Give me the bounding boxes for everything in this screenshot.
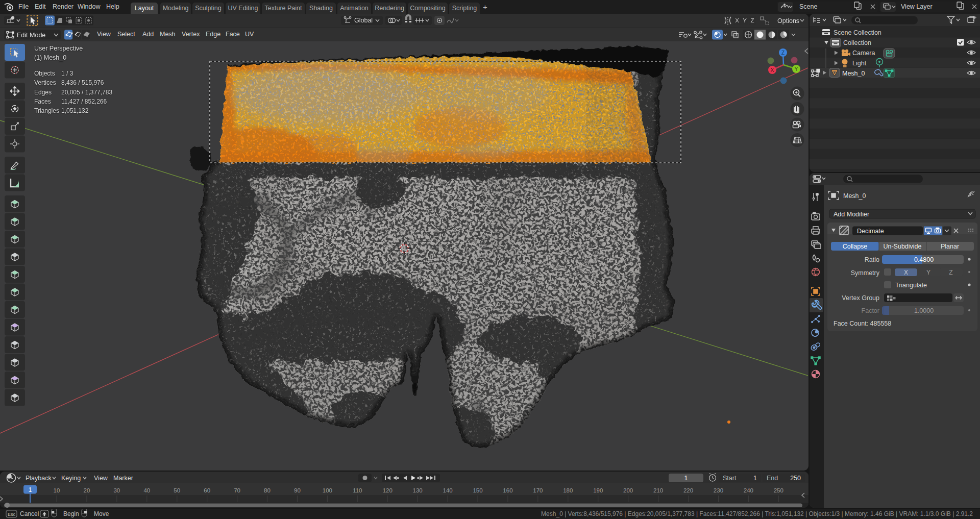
svg-text:1: 1 — [684, 475, 688, 482]
svg-text:1: 1 — [753, 475, 757, 482]
svg-text:Collection: Collection — [843, 39, 871, 46]
svg-text:Playback: Playback — [26, 475, 52, 482]
svg-text:180: 180 — [563, 487, 573, 493]
svg-text:100: 100 — [323, 487, 332, 493]
svg-text:Y: Y — [794, 66, 798, 72]
svg-text:Planar: Planar — [941, 243, 959, 250]
svg-text:90: 90 — [294, 487, 301, 493]
svg-text:Un-Subdivide: Un-Subdivide — [883, 243, 921, 250]
svg-text:140: 140 — [443, 487, 452, 493]
svg-text:10: 10 — [54, 487, 60, 493]
svg-text:X: X — [904, 269, 908, 276]
svg-text:Z: Z — [750, 17, 754, 23]
svg-text:1.0000: 1.0000 — [914, 307, 934, 314]
svg-text:190: 190 — [593, 487, 603, 493]
svg-text:Options: Options — [777, 17, 799, 24]
svg-text:Triangulate: Triangulate — [895, 282, 927, 289]
svg-text:Camera: Camera — [852, 50, 875, 57]
svg-text:Y: Y — [743, 17, 747, 23]
svg-text:Collapse: Collapse — [843, 243, 868, 250]
svg-text:View: View — [94, 475, 108, 482]
svg-text:50: 50 — [174, 487, 180, 493]
svg-text:250: 250 — [774, 487, 783, 493]
svg-text:0.4800: 0.4800 — [914, 256, 934, 263]
svg-text:220: 220 — [683, 487, 693, 493]
svg-text:Global: Global — [354, 17, 373, 24]
svg-text:Ratio: Ratio — [865, 256, 879, 263]
svg-text:70: 70 — [234, 487, 240, 493]
svg-text:Symmetry: Symmetry — [851, 269, 880, 277]
svg-text:Esc: Esc — [8, 512, 16, 517]
svg-text:160: 160 — [503, 487, 512, 493]
svg-text:Start: Start — [723, 475, 737, 482]
svg-text:Z: Z — [781, 50, 785, 56]
svg-text:30: 30 — [113, 487, 120, 493]
svg-text:210: 210 — [653, 487, 663, 493]
svg-text:60: 60 — [204, 487, 210, 493]
svg-text:Light: Light — [852, 60, 867, 67]
svg-text:Mesh_0: Mesh_0 — [843, 192, 866, 200]
svg-text:Y: Y — [926, 269, 930, 276]
svg-text:120: 120 — [383, 487, 393, 493]
svg-text:20: 20 — [84, 487, 90, 493]
svg-text:X: X — [735, 17, 739, 23]
svg-text:Z: Z — [949, 269, 952, 276]
svg-text:40: 40 — [143, 487, 150, 493]
svg-text:200: 200 — [623, 487, 633, 493]
svg-text:110: 110 — [353, 487, 362, 493]
svg-text:1: 1 — [29, 486, 32, 493]
svg-text:80: 80 — [264, 487, 271, 493]
svg-text:230: 230 — [714, 487, 723, 493]
svg-text:Factor: Factor — [862, 307, 879, 314]
svg-text:Decimate: Decimate — [857, 228, 884, 235]
svg-text:170: 170 — [533, 487, 543, 493]
svg-text:Vertex Group: Vertex Group — [842, 294, 879, 302]
svg-text:130: 130 — [413, 487, 423, 493]
svg-text:Marker: Marker — [113, 475, 133, 482]
svg-text:Edit Mode: Edit Mode — [17, 32, 45, 39]
svg-text:Add Modifier: Add Modifier — [834, 211, 869, 218]
svg-text:240: 240 — [744, 487, 753, 493]
svg-text:Face Count: 485558: Face Count: 485558 — [834, 320, 891, 327]
svg-text:End: End — [767, 475, 778, 482]
svg-text:Mesh_0: Mesh_0 — [842, 70, 865, 77]
svg-text:Keying: Keying — [61, 475, 81, 482]
svg-text:250: 250 — [790, 475, 801, 482]
svg-text:150: 150 — [473, 487, 482, 493]
svg-text:Scene Collection: Scene Collection — [834, 29, 881, 36]
svg-text:X: X — [770, 67, 774, 73]
